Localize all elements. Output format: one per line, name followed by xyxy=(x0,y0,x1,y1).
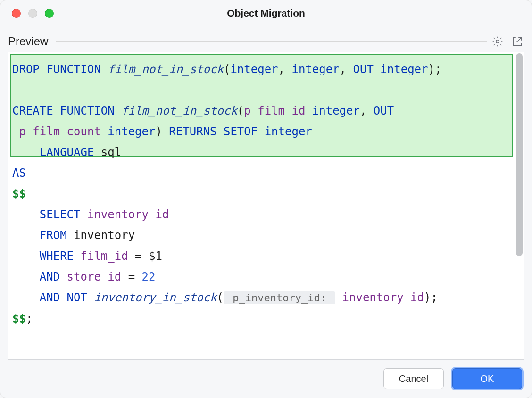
keyword: FUNCTION xyxy=(46,63,101,76)
section-separator xyxy=(56,41,487,42)
keyword: OUT xyxy=(374,104,394,117)
spacer xyxy=(74,249,80,263)
ok-button[interactable]: OK xyxy=(452,368,522,389)
identifier: inventory xyxy=(74,229,135,242)
spacer xyxy=(305,104,312,117)
window-title: Object Migration xyxy=(0,8,532,19)
indent xyxy=(12,208,40,221)
section-toolbar xyxy=(491,35,524,48)
keyword: FROM xyxy=(40,229,67,242)
param: $1 xyxy=(149,249,162,263)
identifier: inventory_id xyxy=(87,208,169,221)
spacer xyxy=(60,291,66,304)
spacer xyxy=(67,229,74,242)
punct: ); xyxy=(424,291,438,304)
punct: , xyxy=(340,63,353,76)
parameter-hint: p_inventory_id: xyxy=(224,291,335,304)
punct: ( xyxy=(217,291,224,304)
keyword: OUT xyxy=(353,63,374,76)
type: integer xyxy=(265,125,312,138)
identifier: store_id xyxy=(67,270,122,283)
spacer xyxy=(374,63,380,76)
indent xyxy=(12,229,40,242)
type: integer xyxy=(108,125,155,138)
code-preview[interactable]: DROP FUNCTION film_not_in_stock(integer,… xyxy=(8,52,524,360)
scrollbar[interactable] xyxy=(516,53,523,256)
dollar-quote: $$ xyxy=(12,187,26,200)
punct: , xyxy=(360,104,374,117)
spacer xyxy=(258,125,264,138)
function-name: inventory_in_stock xyxy=(94,291,216,304)
punct: ) xyxy=(155,125,169,138)
keyword: NOT xyxy=(67,291,87,304)
keyword: RETURNS xyxy=(169,125,216,138)
punct: ; xyxy=(26,312,33,325)
function-name: film_not_in_stock xyxy=(108,63,224,76)
type: integer xyxy=(291,63,339,76)
spacer xyxy=(94,146,100,159)
operator: = xyxy=(121,270,141,283)
spacer xyxy=(81,208,87,221)
spacer xyxy=(217,125,224,138)
spacer xyxy=(87,291,94,304)
identifier: sql xyxy=(101,146,121,159)
traffic-lights xyxy=(0,9,54,18)
code-text: DROP FUNCTION film_not_in_stock(integer,… xyxy=(12,59,512,329)
keyword: SETOF xyxy=(224,125,258,138)
dollar-quote: $$ xyxy=(12,312,26,325)
popout-icon[interactable] xyxy=(511,35,524,48)
punct: ); xyxy=(428,63,441,76)
close-window-button[interactable] xyxy=(12,9,21,18)
indent xyxy=(12,249,40,263)
function-name: film_not_in_stock xyxy=(121,104,237,117)
spacer xyxy=(12,125,19,138)
gear-icon[interactable] xyxy=(491,35,504,48)
punct: , xyxy=(278,63,292,76)
number: 22 xyxy=(142,270,156,283)
indent xyxy=(12,146,40,159)
titlebar: Object Migration xyxy=(0,0,532,26)
punct: ( xyxy=(224,63,230,76)
spacer xyxy=(60,270,66,283)
minimize-window-button[interactable] xyxy=(28,9,37,18)
type: integer xyxy=(230,63,278,76)
section-header: Preview xyxy=(8,35,524,48)
indent xyxy=(12,270,40,283)
punct: ( xyxy=(237,104,244,117)
keyword: CREATE xyxy=(12,104,53,117)
type: integer xyxy=(380,63,428,76)
keyword: LANGUAGE xyxy=(40,146,94,159)
indent xyxy=(12,291,40,304)
keyword: FUNCTION xyxy=(60,104,115,117)
cancel-button[interactable]: Cancel xyxy=(383,368,444,389)
operator: = xyxy=(128,249,149,263)
fullscreen-window-button[interactable] xyxy=(45,9,54,18)
identifier: p_film_count xyxy=(19,125,100,138)
dialog-footer: Cancel OK xyxy=(383,368,522,389)
keyword: WHERE xyxy=(40,249,74,263)
identifier: inventory_id xyxy=(342,291,424,304)
keyword: SELECT xyxy=(40,208,81,221)
content-area: Preview DROP FUNCTION film_not_in_stock(… xyxy=(8,35,524,360)
identifier: film_id xyxy=(81,249,128,263)
keyword: AND xyxy=(40,270,60,283)
keyword: AS xyxy=(12,166,26,180)
keyword: DROP xyxy=(12,63,40,76)
section-title: Preview xyxy=(8,35,52,48)
svg-point-0 xyxy=(496,40,499,43)
identifier: p_film_id xyxy=(244,104,305,117)
spacer xyxy=(101,125,108,138)
keyword: AND xyxy=(40,291,60,304)
type: integer xyxy=(312,104,360,117)
